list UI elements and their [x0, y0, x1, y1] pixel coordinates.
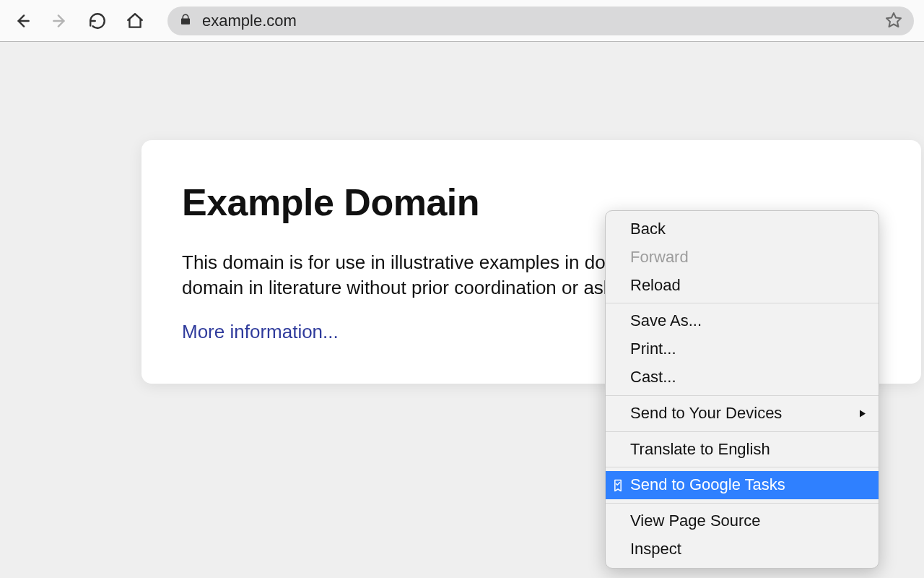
address-bar[interactable]: example.com	[167, 7, 914, 35]
submenu-arrow-icon	[858, 402, 867, 425]
forward-button[interactable]	[48, 9, 72, 33]
menu-separator	[606, 431, 879, 432]
home-button[interactable]	[123, 9, 147, 33]
menu-separator	[606, 503, 879, 504]
back-button[interactable]	[10, 9, 35, 33]
menu-item-back[interactable]: Back	[606, 215, 879, 243]
menu-item-label: Save As...	[630, 310, 702, 332]
menu-item-send-to-google-tasks[interactable]: Send to Google Tasks	[606, 471, 879, 499]
menu-item-save-as[interactable]: Save As...	[606, 307, 879, 335]
menu-item-label: Inspect	[630, 538, 681, 561]
reload-icon	[88, 12, 107, 30]
menu-item-reload[interactable]: Reload	[606, 272, 879, 300]
menu-item-label: Print...	[630, 338, 676, 361]
menu-item-label: Forward	[630, 246, 689, 269]
menu-item-inspect[interactable]: Inspect	[606, 535, 879, 564]
menu-separator	[606, 395, 879, 396]
lock-icon	[179, 13, 192, 29]
menu-item-label: Cast...	[630, 366, 676, 389]
star-icon	[885, 11, 902, 28]
url-text: example.com	[202, 12, 875, 30]
context-menu: BackForwardReloadSave As...Print...Cast.…	[605, 210, 879, 569]
menu-item-cast[interactable]: Cast...	[606, 363, 879, 392]
back-arrow-icon	[13, 12, 32, 30]
menu-separator	[606, 303, 879, 303]
menu-item-label: Send to Google Tasks	[630, 474, 785, 496]
menu-item-label: Send to Your Devices	[630, 402, 782, 425]
menu-item-label: Back	[630, 218, 666, 241]
menu-item-view-page-source[interactable]: View Page Source	[606, 507, 879, 535]
more-information-link[interactable]: More information...	[182, 321, 339, 342]
home-icon	[126, 12, 144, 30]
svg-marker-3	[860, 410, 866, 418]
forward-arrow-icon	[51, 12, 69, 30]
menu-item-send-to-your-devices[interactable]: Send to Your Devices	[606, 400, 879, 428]
bookmark-star-button[interactable]	[885, 11, 902, 31]
menu-item-label: Reload	[630, 275, 681, 297]
menu-item-print[interactable]: Print...	[606, 335, 879, 363]
reload-button[interactable]	[85, 9, 110, 33]
menu-item-forward: Forward	[606, 243, 879, 272]
menu-separator	[606, 467, 879, 467]
bookmark-check-icon	[610, 478, 626, 493]
browser-toolbar: example.com	[0, 0, 924, 42]
menu-item-label: Translate to English	[630, 439, 770, 461]
viewport: Example Domain This domain is for use in…	[0, 42, 924, 578]
menu-item-label: View Page Source	[630, 510, 761, 532]
svg-marker-2	[886, 13, 901, 27]
menu-item-translate-to-english[interactable]: Translate to English	[606, 436, 879, 464]
